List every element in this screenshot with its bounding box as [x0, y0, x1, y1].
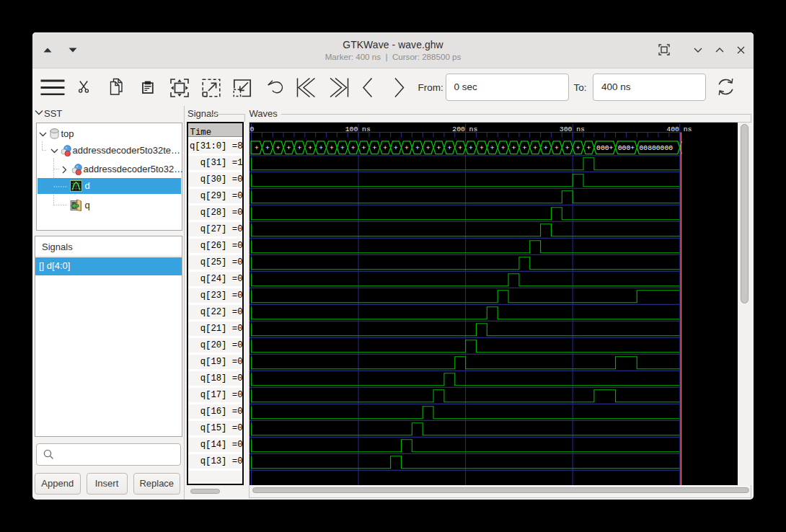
svg-text:+: +	[415, 144, 419, 152]
svg-text:+: +	[436, 144, 441, 152]
svg-text:ns: ns	[576, 125, 585, 133]
svg-text:+: +	[340, 144, 344, 152]
svg-text:+: +	[533, 144, 537, 152]
svg-text:400: 400	[666, 125, 679, 133]
svg-text:+: +	[458, 144, 462, 152]
svg-text:ns: ns	[362, 125, 371, 133]
svg-text:+: +	[372, 144, 376, 152]
svg-text:+: +	[394, 144, 398, 152]
svg-text:+: +	[350, 144, 355, 152]
svg-text:200: 200	[452, 125, 465, 133]
svg-text:00800000: 00800000	[639, 144, 673, 152]
svg-text:+: +	[479, 144, 483, 152]
svg-text:+: +	[286, 144, 291, 152]
svg-text:+: +	[511, 144, 516, 152]
svg-text:100: 100	[345, 125, 358, 133]
svg-text:+: +	[544, 144, 548, 152]
svg-text:ns: ns	[683, 125, 692, 133]
svg-text:+: +	[275, 144, 280, 152]
svg-text:+: +	[319, 144, 323, 152]
svg-text:+: +	[404, 144, 408, 152]
svg-text:+: +	[329, 144, 333, 152]
svg-text:ns: ns	[469, 125, 477, 133]
svg-text:+: +	[383, 144, 387, 152]
svg-text:000+: 000+	[596, 144, 613, 152]
svg-text:+: +	[575, 144, 580, 152]
svg-text:+: +	[500, 144, 505, 152]
svg-text:300: 300	[559, 125, 572, 133]
svg-text:+: +	[425, 144, 430, 152]
svg-text:+: +	[361, 144, 366, 152]
svg-text:+: +	[522, 144, 526, 152]
svg-text:+: +	[254, 144, 258, 152]
svg-text:+: +	[565, 144, 569, 152]
svg-text:+: +	[265, 144, 269, 152]
svg-text:+: +	[490, 144, 494, 152]
svg-text:+: +	[297, 144, 301, 152]
svg-text:0: 0	[250, 125, 254, 133]
svg-text:+: +	[586, 144, 591, 152]
svg-text:+: +	[554, 144, 558, 152]
svg-text:+: +	[447, 144, 451, 152]
svg-text:+: +	[308, 144, 312, 152]
svg-text:000+: 000+	[617, 144, 634, 152]
svg-text:+: +	[469, 144, 473, 152]
